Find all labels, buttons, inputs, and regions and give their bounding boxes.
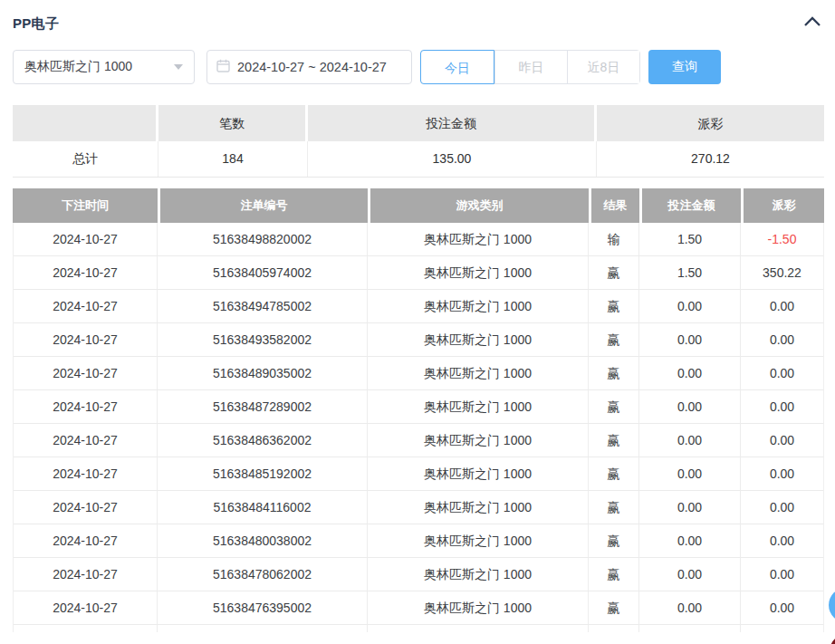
filter-bar: 奥林匹斯之门 1000 2024-10-27 ~ 2024-10-27 今日 昨…: [13, 50, 824, 84]
cell-bet-amount: 1.50: [639, 256, 741, 290]
calendar-icon: [216, 59, 230, 76]
cell-bet-time: 2024-10-27: [14, 256, 158, 290]
chevron-up-icon: [803, 15, 821, 32]
cell-bet-time: 2024-10-27: [14, 491, 158, 524]
pp-games-report-panel: PP电子 奥林匹斯之门 1000 2024-10-27 ~ 2024-10-27…: [0, 0, 835, 644]
cell-bet-id: 51638493582002: [158, 323, 368, 357]
query-button[interactable]: 查询: [648, 50, 721, 84]
collapse-button[interactable]: [801, 14, 824, 34]
cell-payout: 0.00: [741, 457, 823, 491]
cell-payout: 0.00: [741, 424, 823, 457]
cell-bet-id: 51638478062002: [158, 558, 368, 591]
cell-bet-id: 51638498820002: [158, 223, 368, 256]
cell-payout: 0.00: [741, 323, 823, 357]
quick-date-group: 今日 昨日 近8日: [420, 50, 640, 84]
game-select[interactable]: 奥林匹斯之门 1000: [13, 50, 195, 84]
cell-result: 赢: [589, 390, 639, 424]
table-header-row: 下注时间 注单编号 游戏类别 结果 投注金额 派彩: [13, 188, 824, 223]
cell-result: 赢: [589, 591, 639, 625]
cell-bet-time: [14, 625, 158, 632]
table-row: 2024-10-27 51638485192002 奥林匹斯之门 1000 赢 …: [14, 457, 823, 491]
cell-payout: 0.00: [741, 591, 823, 625]
panel-content: PP电子 奥林匹斯之门 1000 2024-10-27 ~ 2024-10-27…: [0, 0, 835, 632]
cell-bet-id: 51638476395002: [158, 591, 368, 625]
cell-result: 赢: [589, 323, 639, 357]
table-row: 2024-10-27 51638484116002 奥林匹斯之门 1000 赢 …: [14, 491, 823, 524]
quick-button-last8days[interactable]: 近8日: [567, 51, 639, 83]
table-row: 2024-10-27 51638498820002 奥林匹斯之门 1000 输 …: [14, 223, 823, 256]
cell-bet-time: 2024-10-27: [14, 290, 158, 323]
table-row: 2024-10-27 51638478062002 奥林匹斯之门 1000 赢 …: [14, 558, 823, 591]
date-range-value: 2024-10-27 ~ 2024-10-27: [237, 60, 387, 74]
quick-button-yesterday[interactable]: 昨日: [494, 51, 567, 83]
table-row: 2024-10-27 51638405974002 奥林匹斯之门 1000 赢 …: [14, 256, 823, 290]
cell-result: 赢: [589, 256, 639, 290]
header-bet-amount: 投注金额: [642, 188, 741, 223]
cell-game-type: 奥林匹斯之门 1000: [368, 357, 589, 390]
cell-bet-id: 51638489035002: [158, 357, 368, 390]
cell-bet-amount: 0.00: [639, 357, 741, 390]
caret-down-icon: [174, 64, 183, 70]
cell-bet-amount: [639, 625, 741, 632]
table-row: 2024-10-27 51638494785002 奥林匹斯之门 1000 赢 …: [14, 290, 823, 323]
panel-title: PP电子: [13, 15, 59, 33]
cell-result: 赢: [589, 457, 639, 491]
cell-payout: 0.00: [741, 491, 823, 524]
quick-button-today[interactable]: 今日: [420, 50, 494, 84]
cell-bet-time: 2024-10-27: [14, 357, 158, 390]
cell-bet-amount: 0.00: [639, 491, 741, 524]
date-range-input[interactable]: 2024-10-27 ~ 2024-10-27: [206, 50, 412, 84]
table-row: 2024-10-27 51638493582002 奥林匹斯之门 1000 赢 …: [14, 323, 823, 357]
cell-bet-id: 51638485192002: [158, 457, 368, 491]
cell-game-type: 奥林匹斯之门 1000: [368, 558, 589, 591]
cell-game-type: 奥林匹斯之门 1000: [368, 424, 589, 457]
summary-table: 笔数 投注金额 派彩 总计 184 135.00 270.12: [13, 105, 824, 178]
cell-bet-amount: 1.50: [639, 223, 741, 256]
cell-result: 赢: [589, 491, 639, 524]
cell-bet-amount: 0.00: [639, 390, 741, 424]
cell-bet-id: 51638494785002: [158, 290, 368, 323]
table-row: 2024-10-27 51638480038002 奥林匹斯之门 1000 赢 …: [14, 524, 823, 558]
summary-bet-amount-value: 135.00: [308, 141, 597, 177]
cell-payout: 350.22: [741, 256, 823, 290]
cell-result: 赢: [589, 424, 639, 457]
cell-payout: 0.00: [741, 558, 823, 591]
cell-game-type: 奥林匹斯之门 1000: [368, 290, 589, 323]
cell-result: 赢: [589, 357, 639, 390]
cell-result: 输: [589, 223, 639, 256]
cell-bet-id: 51638484116002: [158, 491, 368, 524]
cell-bet-amount: 0.00: [639, 424, 741, 457]
header-bet-id: 注单编号: [160, 188, 368, 223]
cell-bet-amount: 0.00: [639, 290, 741, 323]
header-payout: 派彩: [744, 188, 824, 223]
summary-header-count: 笔数: [158, 105, 305, 141]
cell-game-type: 奥林匹斯之门 1000: [368, 256, 589, 290]
summary-header-bet-amount: 投注金额: [308, 105, 594, 141]
summary-total-label: 总计: [13, 141, 158, 177]
table-body: 2024-10-27 51638498820002 奥林匹斯之门 1000 输 …: [13, 223, 824, 632]
cell-result: [589, 625, 639, 632]
cell-bet-time: 2024-10-27: [14, 390, 158, 424]
cell-bet-amount: 0.00: [639, 323, 741, 357]
cell-payout: 0.00: [741, 357, 823, 390]
cell-result: 赢: [589, 290, 639, 323]
cell-bet-amount: 0.00: [639, 457, 741, 491]
floating-action-red[interactable]: [830, 634, 835, 644]
header-bet-time: 下注时间: [13, 188, 158, 223]
summary-payout-value: 270.12: [597, 141, 824, 177]
table-row: 2024-10-27 51638487289002 奥林匹斯之门 1000 赢 …: [14, 390, 823, 424]
cell-game-type: 奥林匹斯之门 1000: [368, 591, 589, 625]
cell-bet-time: 2024-10-27: [14, 524, 158, 558]
cell-bet-amount: 0.00: [639, 591, 741, 625]
table-row: 2024-10-27 51638476395002 奥林匹斯之门 1000 赢 …: [14, 591, 823, 625]
cell-bet-amount: 0.00: [639, 524, 741, 558]
cell-bet-time: 2024-10-27: [14, 223, 158, 256]
cell-payout: 0.00: [741, 524, 823, 558]
cell-bet-id: 51638487289002: [158, 390, 368, 424]
cell-payout: -1.50: [741, 223, 823, 256]
cell-payout: [741, 625, 823, 632]
cell-bet-id: 51638405974002: [158, 256, 368, 290]
panel-header: PP电子: [13, 11, 824, 36]
cell-game-type: 奥林匹斯之门 1000: [368, 223, 589, 256]
summary-count-value: 184: [158, 141, 308, 177]
